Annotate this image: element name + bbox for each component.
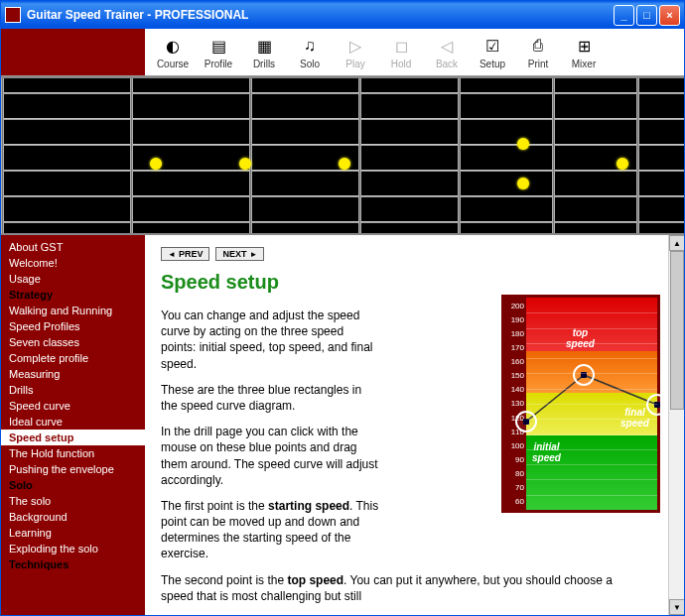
solo-button[interactable]: ♫Solo bbox=[288, 32, 332, 73]
paragraph: These are the three blue rectangles in t… bbox=[161, 382, 379, 414]
sidebar-item[interactable]: Usage bbox=[1, 271, 145, 287]
print-icon: ⎙ bbox=[527, 35, 549, 57]
paragraph: In the drill page you can click with the… bbox=[161, 424, 379, 488]
hold-button: ◻Hold bbox=[379, 32, 423, 73]
back-button: ◁Back bbox=[425, 32, 469, 73]
course-button[interactable]: ◐Course bbox=[151, 32, 195, 73]
scrollbar[interactable]: ▲ ▼ bbox=[668, 235, 684, 615]
content-area: ◄PREV NEXT► Speed setup You can change a… bbox=[145, 235, 684, 615]
fret bbox=[552, 78, 555, 233]
solo-icon: ♫ bbox=[299, 35, 321, 57]
y-tick: 90 bbox=[506, 455, 524, 464]
sidebar-section: Techniques bbox=[1, 556, 145, 572]
sidebar-item[interactable]: About GST bbox=[1, 239, 145, 255]
close-button[interactable]: × bbox=[659, 5, 680, 26]
setup-icon: ☑ bbox=[481, 35, 503, 57]
sidebar-item[interactable]: The Hold function bbox=[1, 445, 145, 461]
hold-icon: ◻ bbox=[390, 35, 412, 57]
fret bbox=[358, 78, 361, 233]
y-tick: 160 bbox=[506, 357, 524, 366]
y-tick: 60 bbox=[506, 497, 524, 506]
page-title: Speed setup bbox=[161, 271, 668, 294]
sidebar-item[interactable]: Seven classes bbox=[1, 334, 145, 350]
sidebar-item[interactable]: Speed Profiles bbox=[1, 318, 145, 334]
y-tick: 80 bbox=[506, 469, 524, 478]
speed-point[interactable] bbox=[654, 402, 660, 408]
toolbar: ◐Course▤Profile▦Drills♫Solo▷Play◻Hold◁Ba… bbox=[145, 29, 684, 75]
y-tick: 100 bbox=[506, 441, 524, 450]
scroll-thumb[interactable] bbox=[670, 251, 684, 410]
paragraph: The first point is the starting speed. T… bbox=[161, 498, 379, 562]
maximize-button[interactable]: □ bbox=[636, 5, 657, 26]
minimize-button[interactable]: _ bbox=[614, 5, 634, 26]
fret bbox=[636, 78, 639, 233]
paragraph: You can change and adjust the speed curv… bbox=[161, 308, 379, 372]
course-icon: ◐ bbox=[162, 35, 184, 57]
arrow-left-icon: ◄ bbox=[168, 250, 176, 259]
y-tick: 190 bbox=[506, 315, 524, 324]
fret-marker bbox=[239, 158, 251, 170]
drills-icon: ▦ bbox=[253, 35, 275, 57]
print-button[interactable]: ⎙Print bbox=[516, 32, 560, 73]
fret-marker bbox=[339, 158, 350, 170]
next-button[interactable]: NEXT► bbox=[215, 247, 264, 261]
paragraph: The second point is the top speed. You c… bbox=[161, 572, 637, 604]
sidebar-item[interactable]: Measuring bbox=[1, 366, 145, 382]
sidebar-item[interactable]: Background bbox=[1, 509, 145, 525]
label-initial-speed: initialspeed bbox=[532, 441, 561, 463]
y-tick: 130 bbox=[506, 399, 524, 408]
sidebar-item[interactable]: Walking and Running bbox=[1, 303, 145, 318]
fret-marker bbox=[616, 158, 628, 170]
mixer-icon: ⊞ bbox=[573, 35, 595, 57]
titlebar: Guitar Speed Trainer - PROFESSIONAL _ □ … bbox=[1, 1, 684, 29]
sidebar-section: Solo bbox=[1, 477, 145, 493]
string bbox=[1, 92, 684, 94]
fret bbox=[458, 78, 461, 233]
string bbox=[1, 221, 684, 223]
setup-button[interactable]: ☑Setup bbox=[471, 32, 514, 73]
sidebar-item[interactable]: Drills bbox=[1, 382, 145, 398]
header: ◐Course▤Profile▦Drills♫Solo▷Play◻Hold◁Ba… bbox=[1, 29, 684, 76]
app-icon bbox=[5, 7, 21, 23]
back-icon: ◁ bbox=[436, 35, 458, 57]
sidebar-item[interactable]: The solo bbox=[1, 493, 145, 509]
play-button: ▷Play bbox=[334, 32, 377, 73]
y-tick: 70 bbox=[506, 483, 524, 492]
sidebar: About GSTWelcome!UsageStrategyWalking an… bbox=[1, 235, 145, 615]
fret-marker bbox=[517, 138, 529, 150]
profile-button[interactable]: ▤Profile bbox=[197, 32, 240, 73]
y-tick: 150 bbox=[506, 371, 524, 380]
fret-marker bbox=[150, 158, 162, 170]
speed-curve-diagram[interactable]: 2001901801701601501401301201101009080706… bbox=[501, 295, 660, 513]
label-final-speed: finalspeed bbox=[620, 407, 649, 429]
sidebar-item[interactable]: Complete profile bbox=[1, 350, 145, 366]
speed-curve-line bbox=[526, 298, 684, 446]
fret bbox=[130, 78, 133, 233]
fret bbox=[1, 78, 4, 233]
y-tick: 200 bbox=[506, 302, 524, 310]
mixer-button[interactable]: ⊞Mixer bbox=[562, 32, 606, 73]
sidebar-item[interactable]: Welcome! bbox=[1, 255, 145, 271]
string bbox=[1, 118, 684, 120]
fretboard[interactable] bbox=[1, 76, 684, 235]
plot-area[interactable]: topspeed finalspeed initialspeed bbox=[526, 298, 657, 510]
label-top-speed: topspeed bbox=[566, 327, 595, 349]
sidebar-item[interactable]: Learning bbox=[1, 525, 145, 541]
window-title: Guitar Speed Trainer - PROFESSIONAL bbox=[27, 8, 612, 22]
scroll-up-button[interactable]: ▲ bbox=[669, 235, 684, 251]
sidebar-item[interactable]: Ideal curve bbox=[1, 414, 145, 430]
logo-area bbox=[1, 29, 145, 75]
fret bbox=[249, 78, 252, 233]
y-tick: 140 bbox=[506, 385, 524, 394]
sidebar-item[interactable]: Speed curve bbox=[1, 398, 145, 414]
scroll-down-button[interactable]: ▼ bbox=[669, 599, 684, 615]
sidebar-item[interactable]: Pushing the envelope bbox=[1, 461, 145, 477]
drills-button[interactable]: ▦Drills bbox=[242, 32, 286, 73]
string bbox=[1, 144, 684, 146]
string bbox=[1, 195, 684, 197]
string bbox=[1, 170, 684, 172]
sidebar-item[interactable]: Exploding the solo bbox=[1, 541, 145, 556]
prev-button[interactable]: ◄PREV bbox=[161, 247, 209, 261]
sidebar-item[interactable]: Speed setup bbox=[1, 430, 145, 445]
arrow-right-icon: ► bbox=[249, 250, 257, 259]
